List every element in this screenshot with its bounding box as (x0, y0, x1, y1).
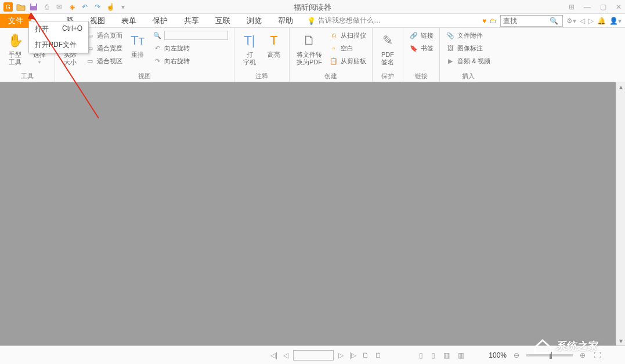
prev-page-icon[interactable]: ◁ (282, 351, 290, 359)
group-annotation: T| 打字机 T 高亮 注释 (234, 28, 290, 82)
view-mode-3-icon[interactable]: ▥ (442, 351, 451, 359)
app-title: 福昕阅读器 (294, 2, 331, 13)
tab-share[interactable]: 共享 (176, 14, 207, 28)
open-icon[interactable] (15, 1, 27, 13)
close-icon[interactable]: ✕ (616, 3, 622, 11)
svg-text:G: G (6, 4, 10, 10)
prev-icon[interactable]: ◁ (580, 17, 585, 25)
reflow-icon: Tт (131, 31, 144, 50)
page-navigation: ◁| ◁ ▷ |▷ 🗋 🗋 (269, 350, 383, 361)
scanner-icon: ⎙ (329, 31, 338, 40)
fit-width-button[interactable]: ▭适合宽度 (84, 43, 124, 53)
email-icon[interactable]: ✉ (53, 1, 65, 13)
blank-icon: ▫ (329, 43, 338, 53)
folder-icon[interactable]: 🗀 (490, 17, 497, 25)
typewriter-icon: T| (244, 31, 255, 50)
hand-icon[interactable]: ☝ (104, 1, 116, 13)
status-bar: ◁| ◁ ▷ |▷ 🗋 🗋 ▯ ▯ ▥ ▥ 100% ⊖ ⊕ ⛶ (0, 345, 625, 364)
highlight-button[interactable]: T 高亮 (263, 30, 284, 60)
rotate-right-button[interactable]: ↷向右旋转 (151, 56, 229, 66)
view-mode-2-icon[interactable]: ▯ (430, 351, 436, 359)
tab-form[interactable]: 表单 (113, 14, 144, 28)
group-link: 🔗链接 🔖书签 链接 (403, 28, 440, 82)
group-protect: ✎ PDF签名 保护 (373, 28, 403, 82)
from-scanner-button[interactable]: ⎙从扫描仪 (328, 30, 367, 41)
open-dropdown: 打开 Ctrl+O 打开PDF文件 (28, 21, 89, 53)
undo-icon[interactable]: ↶ (79, 1, 91, 13)
qat-dropdown-icon[interactable]: ▾ (117, 1, 129, 13)
blank-button[interactable]: ▫空白 (328, 43, 367, 53)
attach-icon: 📎 (446, 31, 455, 40)
watermark: 系统之家 (532, 334, 619, 358)
bulb-icon: 💡 (307, 17, 316, 25)
save-icon[interactable] (28, 1, 39, 13)
tab-help[interactable]: 帮助 (270, 14, 301, 28)
dropdown-open[interactable]: 打开 Ctrl+O (29, 21, 88, 37)
zoom-combo[interactable]: 🔍 (151, 30, 229, 41)
svg-text:系统之家: 系统之家 (555, 340, 599, 352)
minimize-icon[interactable]: — (584, 3, 591, 11)
image-annotation-button[interactable]: 🖼图像标注 (445, 43, 492, 53)
rotate-left-button[interactable]: ↶向左旋转 (151, 43, 229, 53)
app-logo-icon[interactable]: G (2, 1, 14, 13)
tab-file[interactable]: 文件 (0, 14, 31, 28)
redo-icon[interactable]: ↷ (92, 1, 103, 13)
tab-connect[interactable]: 互联 (207, 14, 239, 28)
image-icon: 🖼 (446, 43, 455, 53)
view-mode-1-icon[interactable]: ▯ (418, 351, 424, 359)
zoom-icon: 🔍 (153, 31, 162, 40)
search-input[interactable] (503, 17, 550, 25)
properties-icon[interactable]: ◈ (66, 1, 78, 13)
av-button[interactable]: ▶音频 & 视频 (445, 56, 492, 66)
bookmark2-status-icon[interactable]: 🗋 (374, 351, 383, 359)
fit-visible-button[interactable]: ▭适合视区 (84, 56, 124, 66)
vertical-scrollbar[interactable]: ▴ ▾ (616, 82, 625, 345)
rotate-left-icon: ↶ (153, 43, 162, 53)
typewriter-button[interactable]: T| 打字机 (239, 30, 260, 67)
dropdown-open-pdf[interactable]: 打开PDF文件 (29, 37, 88, 53)
from-clipboard-button[interactable]: 📋从剪贴板 (328, 56, 367, 66)
next-icon[interactable]: ▷ (588, 17, 594, 25)
print-icon[interactable]: ⎙ (41, 1, 52, 13)
tell-me[interactable]: 💡告诉我您想做什么… (307, 16, 381, 26)
page-input[interactable] (293, 350, 334, 361)
reflow-button[interactable]: Tт 重排 (127, 30, 148, 60)
link-button[interactable]: 🔗链接 (408, 30, 435, 41)
ribbon-tabs: 文件 释 视图 表单 保护 共享 互联 浏览 帮助 💡告诉我您想做什么… ♥ 🗀… (0, 14, 625, 28)
convert-button[interactable]: 🗋 将文件转换为PDF (294, 30, 324, 67)
bookmark-status-icon[interactable]: 🗋 (361, 351, 370, 359)
bookmark-button[interactable]: 🔖书签 (408, 43, 435, 53)
bell-icon[interactable]: 🔔 (597, 17, 606, 25)
ribbon: ✋ 手型工具 ⬚ 选择 ▾ 工具 ▣ 实际大小 ▭适合页面 ▭适合宽度 ▭适合视… (0, 28, 625, 82)
quick-access-toolbar: G ⎙ ✉ ◈ ↶ ↷ ☝ ▾ 福昕阅读器 ⊞ — ▢ ✕ (0, 0, 625, 14)
gear-icon[interactable]: ⚙▾ (566, 17, 576, 25)
attach-button[interactable]: 📎文件附件 (445, 30, 492, 41)
svg-rect-3 (31, 3, 36, 6)
search-icon[interactable]: 🔍 (550, 17, 558, 25)
highlight-icon: T (270, 31, 277, 50)
group-insert: 📎文件附件 🖼图像标注 ▶音频 & 视频 插入 (440, 28, 496, 82)
fit-page-button[interactable]: ▭适合页面 (84, 30, 124, 41)
hand-tool-icon: ✋ (8, 31, 23, 50)
search-box[interactable]: 🔍 (500, 15, 563, 27)
hand-tool-button[interactable]: ✋ 手型工具 (5, 30, 26, 67)
pdf-sign-button[interactable]: ✎ PDF签名 (377, 30, 398, 67)
bookmark-icon: 🔖 (409, 43, 418, 53)
last-page-icon[interactable]: |▷ (348, 351, 357, 359)
scroll-up-icon[interactable]: ▴ (616, 82, 625, 92)
first-page-icon[interactable]: ◁| (269, 351, 279, 359)
chevron-down-icon: ▾ (38, 60, 41, 65)
ribbon-toggle-icon[interactable]: ⊞ (569, 3, 575, 11)
favorite-icon[interactable]: ♥ (482, 17, 486, 25)
convert-icon: 🗋 (303, 31, 316, 50)
sign-icon: ✎ (382, 31, 393, 50)
group-create: 🗋 将文件转换为PDF ⎙从扫描仪 ▫空白 📋从剪贴板 创建 (290, 28, 373, 82)
user-icon[interactable]: 👤▾ (609, 17, 622, 25)
zoom-out-icon[interactable]: ⊖ (512, 351, 521, 359)
tab-protect[interactable]: 保护 (144, 14, 176, 28)
next-page-icon[interactable]: ▷ (337, 351, 345, 359)
view-mode-4-icon[interactable]: ▥ (457, 351, 465, 359)
restore-icon[interactable]: ▢ (600, 3, 606, 11)
tab-browse[interactable]: 浏览 (239, 14, 270, 28)
av-icon: ▶ (446, 56, 455, 65)
